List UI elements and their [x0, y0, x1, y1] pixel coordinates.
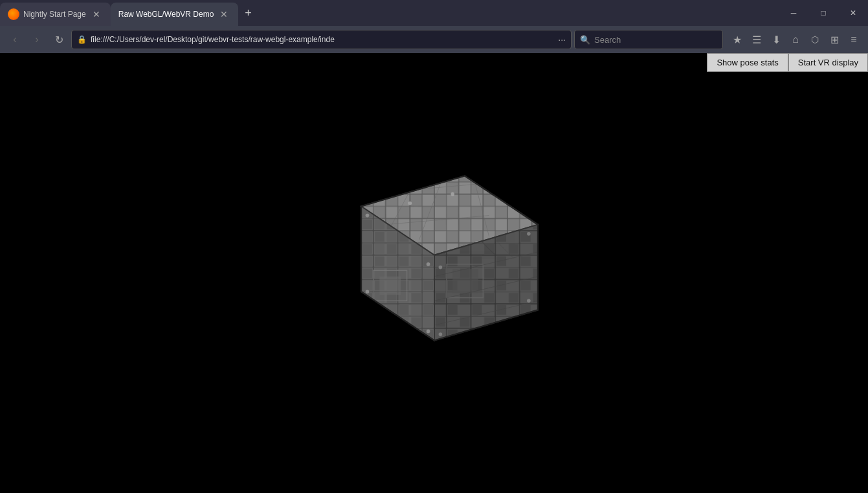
svg-point-59	[527, 299, 531, 303]
search-placeholder: Search	[594, 35, 621, 45]
minimize-button[interactable]: ─	[779, 0, 808, 26]
forward-button[interactable]: ›	[27, 30, 47, 49]
cube-svg	[311, 170, 557, 377]
address-menu-dots[interactable]: ···	[558, 34, 566, 45]
pocket-icon[interactable]: ⬡	[806, 30, 824, 49]
close-button[interactable]: ✕	[838, 0, 868, 26]
svg-point-32	[451, 192, 454, 196]
webgl-cube	[311, 170, 557, 377]
window-controls: ─ □ ✕	[779, 0, 868, 26]
svg-point-58	[527, 232, 531, 236]
new-tab-icon: +	[245, 6, 252, 20]
content-area: Show pose stats Start VR display	[0, 53, 868, 493]
bookmark-star-icon[interactable]: ★	[728, 30, 746, 49]
tab-webgl-close[interactable]: ✕	[217, 8, 230, 21]
back-button[interactable]: ‹	[5, 30, 25, 49]
svg-point-46	[426, 262, 430, 266]
toolbar-icons: ★ ☰ ⬇ ⌂ ⬡ ⊞ ≡	[728, 30, 863, 49]
address-text: file:///C:/Users/dev-rel/Desktop/git/web…	[91, 35, 554, 44]
reading-list-icon[interactable]: ☰	[748, 30, 766, 49]
back-icon: ‹	[13, 34, 16, 45]
download-icon[interactable]: ⬇	[767, 30, 785, 49]
search-icon: 🔍	[580, 35, 590, 45]
lock-icon: 🔒	[77, 35, 87, 44]
tab-nightly-close[interactable]: ✕	[90, 8, 103, 21]
svg-point-47	[426, 329, 430, 333]
screenshot-icon[interactable]: ⊞	[825, 30, 843, 49]
svg-point-44	[365, 213, 369, 217]
svg-point-57	[438, 265, 442, 269]
title-bar: Nightly Start Page ✕ Raw WebGL/WebVR Dem…	[0, 0, 868, 26]
reload-button[interactable]: ↻	[49, 30, 69, 49]
home-icon[interactable]: ⌂	[786, 30, 805, 49]
maximize-button[interactable]: □	[808, 0, 838, 26]
tab-webgl-label: Raw WebGL/WebVR Demo	[118, 10, 214, 19]
show-pose-stats-button[interactable]: Show pose stats	[707, 53, 788, 72]
address-bar[interactable]: 🔒 file:///C:/Users/dev-rel/Desktop/git/w…	[71, 30, 572, 49]
svg-point-45	[365, 290, 369, 293]
firefox-icon	[8, 8, 19, 20]
tab-webgl-demo[interactable]: Raw WebGL/WebVR Demo ✕	[111, 3, 239, 26]
close-icon: ✕	[850, 8, 856, 17]
reload-icon: ↻	[55, 34, 63, 46]
search-box[interactable]: 🔍 Search	[574, 30, 723, 49]
minimize-icon: ─	[791, 8, 797, 17]
svg-point-31	[408, 201, 412, 205]
start-vr-display-button[interactable]: Start VR display	[788, 53, 868, 72]
new-tab-button[interactable]: +	[238, 6, 258, 20]
forward-icon: ›	[35, 34, 38, 45]
nav-bar: ‹ › ↻ 🔒 file:///C:/Users/dev-rel/Desktop…	[0, 26, 868, 53]
svg-rect-51	[452, 269, 478, 293]
maximize-icon: □	[821, 8, 825, 17]
tab-nightly-start-page[interactable]: Nightly Start Page ✕	[0, 3, 111, 26]
svg-point-60	[438, 332, 442, 336]
svg-point-33	[493, 186, 497, 190]
tab-nightly-label: Nightly Start Page	[23, 10, 86, 19]
demo-buttons: Show pose stats Start VR display	[707, 53, 868, 72]
menu-icon[interactable]: ≡	[845, 30, 863, 49]
